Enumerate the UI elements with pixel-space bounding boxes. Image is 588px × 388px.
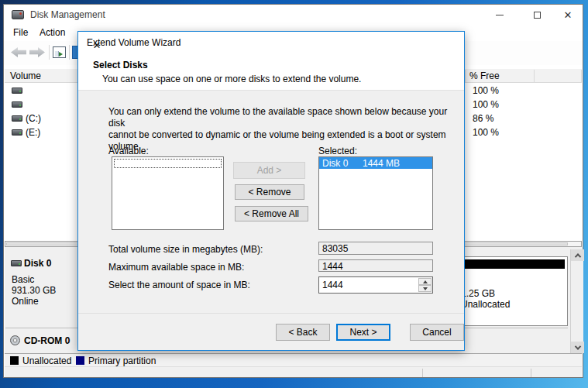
- total-size-value: 83035: [318, 242, 433, 255]
- back-button[interactable]: < Back: [276, 324, 330, 341]
- max-space-label: Maximum available space in MB:: [108, 262, 244, 273]
- minimize-icon: [496, 15, 504, 15]
- available-label: Available:: [108, 146, 149, 156]
- remove-button[interactable]: < Remove: [235, 184, 304, 200]
- triangle-up-icon: [423, 280, 428, 283]
- selected-disk-item[interactable]: Disk 0 1444 MB: [319, 157, 432, 169]
- triangle-down-icon: [423, 287, 428, 290]
- primary-partition-legend-label: Primary partition: [88, 355, 156, 366]
- selected-label: Selected:: [318, 146, 357, 156]
- partition-label: Unallocated: [461, 299, 510, 310]
- remove-all-button[interactable]: < Remove All: [235, 206, 308, 221]
- cdrom-label-panel[interactable]: CD-ROM 0: [5, 331, 79, 352]
- column-header-free[interactable]: % Free: [469, 70, 500, 81]
- disk0-name: Disk 0: [24, 258, 51, 269]
- disk0-label-panel[interactable]: Disk 0 Basic 931.30 GB Online: [5, 251, 79, 327]
- available-listbox[interactable]: [112, 156, 224, 230]
- unallocated-legend-label: Unallocated: [22, 355, 71, 366]
- max-space-value: 1444: [318, 259, 433, 272]
- toolbar-separator: [69, 45, 70, 60]
- disk-icon: [11, 260, 22, 266]
- column-divider[interactable]: [534, 70, 535, 82]
- dialog-header: Select Disks You can use space on one or…: [78, 53, 464, 91]
- partition-size: 1.25 GB: [461, 288, 495, 299]
- legend-bar: Unallocated Primary partition: [5, 353, 582, 366]
- listbox-focus-rect: [114, 159, 222, 168]
- back-arrow-icon[interactable]: [11, 47, 26, 57]
- next-button[interactable]: Next >: [336, 324, 390, 341]
- volume-free-percent: 100 %: [473, 85, 499, 96]
- add-button: Add >: [233, 162, 305, 179]
- volume-icon: [12, 88, 22, 94]
- cdrom-name: CD-ROM 0: [24, 335, 70, 346]
- dialog-subheading: You can use space on one or more disks t…: [102, 74, 361, 84]
- volume-free-percent: 100 %: [473, 99, 499, 110]
- show-console-tree-icon[interactable]: [53, 46, 66, 58]
- cancel-button[interactable]: Cancel: [410, 324, 464, 341]
- vertical-scrollbar[interactable]: [570, 249, 583, 353]
- dialog-title-bar: Extend Volume Wizard ✕: [78, 32, 464, 53]
- column-divider[interactable]: [581, 70, 582, 82]
- status-bar-divider: [531, 369, 531, 377]
- selected-disk-size: 1444 MB: [363, 158, 400, 169]
- scroll-down-button[interactable]: [571, 342, 584, 353]
- close-button[interactable]: ✕: [555, 5, 581, 25]
- panel-icon-glyph: [59, 52, 63, 57]
- primary-partition-legend-swatch: [76, 356, 84, 365]
- spin-up-button[interactable]: [418, 278, 432, 285]
- desktop: Disk Management ✕ File Action Volume: [0, 0, 588, 388]
- maximize-button[interactable]: [524, 5, 550, 25]
- selected-disk-name: Disk 0: [322, 158, 348, 169]
- scroll-up-button[interactable]: [571, 249, 584, 261]
- volume-icon: [12, 101, 22, 108]
- extend-volume-wizard-dialog: Extend Volume Wizard ✕ Select Disks You …: [77, 31, 465, 351]
- spinner: [418, 278, 432, 292]
- volume-name: (C:): [26, 113, 41, 124]
- dialog-separator: [78, 313, 464, 314]
- title-bar: Disk Management ✕: [4, 5, 583, 25]
- dialog-heading: Select Disks: [93, 60, 148, 70]
- forward-arrow-icon[interactable]: [29, 47, 45, 57]
- volume-free-percent: 86 %: [473, 113, 493, 124]
- amount-spinbox[interactable]: 1444: [318, 276, 433, 294]
- toolbar-separator: [49, 45, 50, 60]
- menu-file[interactable]: File: [13, 27, 28, 38]
- total-size-label: Total volume size in megabytes (MB):: [108, 244, 263, 255]
- window-title: Disk Management: [30, 9, 105, 20]
- spin-down-button[interactable]: [418, 285, 432, 292]
- volume-icon: [12, 115, 22, 122]
- disk-management-app-icon: [12, 10, 24, 19]
- cdrom-icon: [10, 335, 20, 345]
- chevron-down-icon: [574, 343, 580, 349]
- disk0-type: Basic: [12, 274, 34, 285]
- amount-label: Select the amount of space in MB:: [108, 280, 250, 290]
- amount-value: 1444: [322, 280, 343, 290]
- minimize-button[interactable]: [487, 5, 513, 25]
- unallocated-legend-swatch: [10, 356, 19, 365]
- column-header-volume[interactable]: Volume: [10, 70, 41, 81]
- selected-listbox[interactable]: Disk 0 1444 MB: [318, 156, 433, 230]
- status-bar: [5, 366, 582, 377]
- dialog-close-button[interactable]: ✕: [87, 37, 107, 53]
- chevron-up-icon: [574, 253, 580, 259]
- maximize-icon: [534, 12, 541, 19]
- disk0-size: 931.30 GB: [12, 285, 56, 296]
- column-divider[interactable]: [465, 70, 466, 82]
- dialog-notice-text: You can only extend the volume to the av…: [108, 106, 457, 153]
- volume-name: (E:): [26, 127, 40, 138]
- disk0-status: Online: [12, 296, 39, 307]
- menu-action[interactable]: Action: [40, 27, 65, 38]
- status-bar-divider: [422, 369, 423, 377]
- volume-icon: [12, 129, 22, 136]
- volume-free-percent: 100 %: [473, 127, 499, 138]
